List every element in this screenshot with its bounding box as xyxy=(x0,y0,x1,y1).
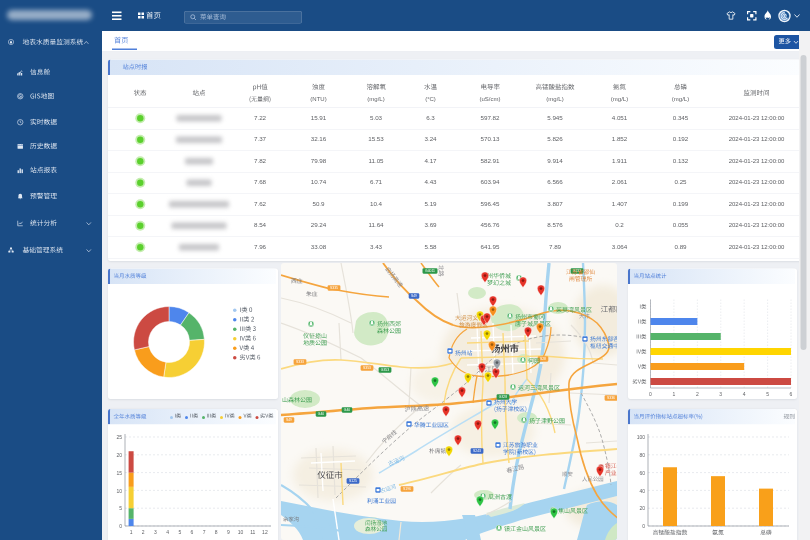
svg-text:S49: S49 xyxy=(411,294,417,298)
svg-text:3: 3 xyxy=(154,529,157,535)
svg-text:8: 8 xyxy=(215,529,218,535)
svg-text:80: 80 xyxy=(639,452,645,458)
svg-text:12: 12 xyxy=(262,529,268,535)
svg-text:S335: S335 xyxy=(330,286,338,290)
svg-text:60: 60 xyxy=(639,470,645,476)
svg-text:G328: G328 xyxy=(499,395,507,399)
svg-text:2: 2 xyxy=(696,391,699,397)
svg-text:2: 2 xyxy=(142,529,145,535)
svg-text:7: 7 xyxy=(203,529,206,535)
svg-text:20: 20 xyxy=(116,452,122,458)
svg-text:10: 10 xyxy=(238,529,244,535)
svg-text:0: 0 xyxy=(649,391,652,397)
svg-text:20: 20 xyxy=(639,505,645,511)
svg-text:G40: G40 xyxy=(318,412,325,416)
svg-text:G40: G40 xyxy=(344,408,351,412)
svg-text:S49: S49 xyxy=(286,418,292,422)
svg-text:S333: S333 xyxy=(296,360,304,364)
svg-text:S28: S28 xyxy=(540,357,546,361)
svg-text:6: 6 xyxy=(191,529,194,535)
svg-text:6: 6 xyxy=(790,391,793,397)
svg-text:100: 100 xyxy=(637,434,646,440)
svg-text:S353: S353 xyxy=(363,366,371,370)
svg-text:1: 1 xyxy=(130,529,133,535)
svg-text:4: 4 xyxy=(166,529,169,535)
svg-text:G4011: G4011 xyxy=(425,269,435,273)
svg-text:5: 5 xyxy=(119,505,122,511)
svg-text:10: 10 xyxy=(116,488,122,494)
svg-text:S336: S336 xyxy=(607,396,615,400)
svg-text:15: 15 xyxy=(116,470,122,476)
svg-text:25: 25 xyxy=(116,434,122,440)
svg-text:11: 11 xyxy=(250,529,255,535)
svg-text:G353: G353 xyxy=(381,368,389,372)
svg-text:S196: S196 xyxy=(403,487,411,491)
svg-text:S125: S125 xyxy=(349,479,357,483)
svg-text:0: 0 xyxy=(642,523,645,529)
svg-text:5: 5 xyxy=(766,391,769,397)
svg-text:0: 0 xyxy=(119,523,122,529)
svg-text:5: 5 xyxy=(178,529,181,535)
svg-text:9: 9 xyxy=(227,529,230,535)
svg-text:1: 1 xyxy=(673,391,676,397)
svg-text:3: 3 xyxy=(719,391,722,397)
svg-text:4: 4 xyxy=(743,391,746,397)
svg-text:S243: S243 xyxy=(473,449,481,453)
svg-text:40: 40 xyxy=(639,488,645,494)
